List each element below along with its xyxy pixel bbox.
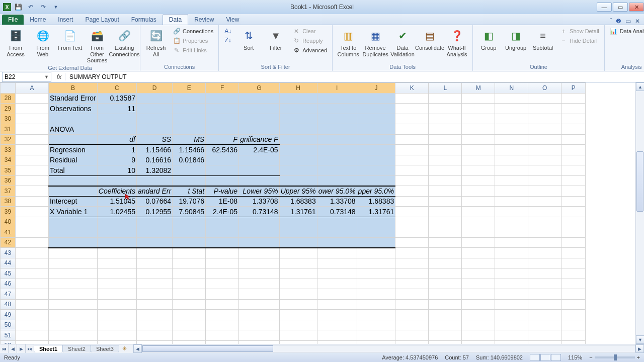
cell-P29[interactable] xyxy=(561,104,586,114)
data-validation-button[interactable]: ✔Data Validation xyxy=(390,27,415,57)
sort-desc-button[interactable]: Z↓ xyxy=(222,36,234,45)
cell-D32[interactable]: SS xyxy=(136,134,172,145)
cell-I29[interactable] xyxy=(317,104,357,114)
cell-D44[interactable] xyxy=(136,258,172,268)
cell-D29[interactable] xyxy=(136,104,172,114)
cell-C38[interactable]: 1.51045 xyxy=(97,196,136,207)
cell-M46[interactable] xyxy=(462,279,495,289)
cell-E49[interactable] xyxy=(173,310,206,320)
cell-I46[interactable] xyxy=(317,279,357,289)
row-header-45[interactable]: 45 xyxy=(1,268,16,279)
worksheet-grid[interactable]: ABCDEFGHIJKLMNOP28Standard Error0.135872… xyxy=(0,82,635,344)
cell-M29[interactable] xyxy=(462,104,495,114)
cell-O48[interactable] xyxy=(528,299,561,310)
cell-L29[interactable] xyxy=(429,104,462,114)
subtotal-button[interactable]: ≡Subtotal xyxy=(530,27,555,51)
cell-O41[interactable] xyxy=(528,227,561,238)
cell-F49[interactable] xyxy=(206,310,239,320)
tab-review[interactable]: Review xyxy=(188,15,220,25)
connections-button[interactable]: 🔗Connections xyxy=(171,27,215,36)
row-header-38[interactable]: 38 xyxy=(1,196,16,207)
cell-A47[interactable] xyxy=(16,289,49,300)
cell-J40[interactable] xyxy=(357,217,395,227)
sheet-tab-2[interactable]: Sheet2 xyxy=(62,345,91,352)
cell-D43[interactable] xyxy=(136,248,172,258)
cell-E42[interactable] xyxy=(173,237,206,248)
cell-F33[interactable]: 62.5436 xyxy=(206,145,239,155)
ungroup-button[interactable]: ◨Ungroup xyxy=(503,27,528,51)
row-header-39[interactable]: 39 xyxy=(1,207,16,217)
sheet-tab-1[interactable]: Sheet1 xyxy=(34,345,63,352)
col-header-N[interactable]: N xyxy=(495,83,528,94)
cell-N50[interactable] xyxy=(495,320,528,330)
cell-F45[interactable] xyxy=(206,268,239,279)
cell-O38[interactable] xyxy=(528,196,561,207)
cell-N49[interactable] xyxy=(495,310,528,320)
zoom-slider[interactable]: − + xyxy=(589,354,640,360)
cell-G43[interactable] xyxy=(239,248,279,258)
cell-H51[interactable] xyxy=(279,330,317,341)
col-header-A[interactable]: A xyxy=(16,83,49,94)
cell-L39[interactable] xyxy=(429,207,462,217)
cell-O46[interactable] xyxy=(528,279,561,289)
cell-P45[interactable] xyxy=(561,268,586,279)
cell-N43[interactable] xyxy=(495,248,528,258)
cell-N33[interactable] xyxy=(495,145,528,155)
cell-O45[interactable] xyxy=(528,268,561,279)
cell-D46[interactable] xyxy=(136,279,172,289)
cell-B38[interactable]: Intercept xyxy=(49,196,98,207)
cell-J46[interactable] xyxy=(357,279,395,289)
cell-H33[interactable] xyxy=(279,145,317,155)
new-sheet-icon[interactable]: ✳ xyxy=(119,344,130,353)
cell-G31[interactable] xyxy=(239,124,279,135)
cell-A36[interactable] xyxy=(16,175,49,186)
row-header-42[interactable]: 42 xyxy=(1,237,16,248)
row-header-30[interactable]: 30 xyxy=(1,114,16,124)
cell-K40[interactable] xyxy=(395,217,429,227)
cell-E31[interactable] xyxy=(173,124,206,135)
cell-I48[interactable] xyxy=(317,299,357,310)
cell-D33[interactable]: 1.15466 xyxy=(136,145,172,155)
row-header-35[interactable]: 35 xyxy=(1,165,16,176)
cell-K43[interactable] xyxy=(395,248,429,258)
cell-G47[interactable] xyxy=(239,289,279,300)
from-other-sources-button[interactable]: 🗃️From Other Sources xyxy=(85,27,110,64)
scroll-left-icon[interactable]: ◀ xyxy=(133,344,142,353)
col-header-K[interactable]: K xyxy=(395,83,429,94)
cell-K50[interactable] xyxy=(395,320,429,330)
view-page-layout-button[interactable] xyxy=(540,354,550,361)
cell-F44[interactable] xyxy=(206,258,239,268)
show-detail-button[interactable]: +Show Detail xyxy=(557,27,601,36)
row-header-50[interactable]: 50 xyxy=(1,320,16,330)
cell-A43[interactable] xyxy=(16,248,49,258)
cell-M33[interactable] xyxy=(462,145,495,155)
cell-F47[interactable] xyxy=(206,289,239,300)
cell-J45[interactable] xyxy=(357,268,395,279)
cell-K34[interactable] xyxy=(395,155,429,165)
cell-L48[interactable] xyxy=(429,299,462,310)
cell-M48[interactable] xyxy=(462,299,495,310)
cell-F30[interactable] xyxy=(206,114,239,124)
cell-H28[interactable] xyxy=(279,93,317,104)
row-header-40[interactable]: 40 xyxy=(1,217,16,227)
cell-A38[interactable] xyxy=(16,196,49,207)
cell-N40[interactable] xyxy=(495,217,528,227)
cell-M42[interactable] xyxy=(462,237,495,248)
cell-C29[interactable]: 11 xyxy=(97,104,136,114)
cell-J41[interactable] xyxy=(357,227,395,238)
row-header-36[interactable]: 36 xyxy=(1,175,16,186)
cell-A40[interactable] xyxy=(16,217,49,227)
cell-I47[interactable] xyxy=(317,289,357,300)
select-all-corner[interactable] xyxy=(1,83,16,94)
scroll-track[interactable] xyxy=(636,91,644,335)
cell-J47[interactable] xyxy=(357,289,395,300)
cell-M51[interactable] xyxy=(462,330,495,341)
cell-G38[interactable]: 1.33708 xyxy=(239,196,279,207)
cell-P32[interactable] xyxy=(561,134,586,145)
cell-A45[interactable] xyxy=(16,268,49,279)
cell-C45[interactable] xyxy=(97,268,136,279)
undo-icon[interactable]: ↶ xyxy=(25,2,36,13)
cell-L30[interactable] xyxy=(429,114,462,124)
cell-J39[interactable]: 1.31761 xyxy=(357,207,395,217)
tab-view[interactable]: View xyxy=(220,15,246,25)
